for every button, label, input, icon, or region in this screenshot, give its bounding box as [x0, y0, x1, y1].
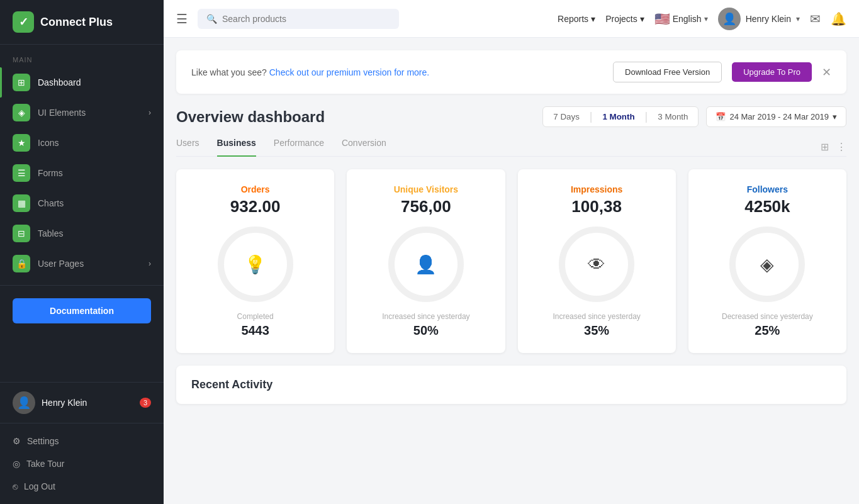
sidebar-item-label: User Pages [38, 259, 84, 269]
sidebar: ✓ Connect Plus Main ⊞ Dashboard ◈ UI Ele… [0, 0, 164, 504]
topbar-right: Reports ▾ Projects ▾ 🇺🇸 English ▾ 👤 Henr… [558, 8, 846, 30]
period-7days[interactable]: 7 Days [543, 107, 589, 126]
search-icon: 🔍 [206, 14, 217, 24]
tab-users[interactable]: Users [176, 138, 199, 157]
card-sub-value: 50% [413, 323, 439, 338]
date-range-label: 24 Mar 2019 - 24 Mar 2019 [729, 112, 829, 121]
tab-performance[interactable]: Performance [274, 138, 324, 157]
projects-nav[interactable]: Projects ▾ [605, 14, 644, 24]
banner-text: Like what you see? Check out our premium… [191, 67, 603, 77]
recent-activity-title: Recent Activity [191, 378, 831, 391]
recent-activity-section: Recent Activity [176, 366, 846, 404]
app-logo[interactable]: ✓ Connect Plus [0, 0, 164, 45]
card-label: Orders [241, 184, 270, 194]
take-tour-icon: ◎ [13, 459, 20, 469]
card-sub-value: 5443 [241, 323, 269, 338]
flag-icon: 🇺🇸 [654, 11, 670, 26]
bottom-item-label: Take Tour [26, 459, 64, 469]
notification-badge: 3 [140, 398, 151, 408]
sidebar-item-tables[interactable]: ⊟ Tables [0, 218, 164, 249]
sidebar-item-dashboard[interactable]: ⊞ Dashboard [0, 67, 164, 98]
more-options-icon[interactable]: ⋮ [836, 141, 846, 153]
avatar: 👤 [13, 391, 35, 414]
sidebar-item-label: Dashboard [38, 77, 81, 87]
sidebar-item-charts[interactable]: ▦ Charts [0, 188, 164, 218]
sidebar-item-label: UI Elements [38, 108, 86, 118]
sidebar-item-label: Forms [38, 168, 63, 178]
forms-icon: ☰ [13, 164, 30, 182]
sidebar-item-label: Tables [38, 228, 63, 238]
card-value: 932.00 [230, 197, 281, 216]
sidebar-user-name: Henry Klein [42, 398, 87, 408]
tab-icons: ⊞ ⋮ [821, 141, 846, 153]
language-chevron-icon: ▾ [704, 14, 708, 23]
search-bar[interactable]: 🔍 [198, 9, 399, 29]
cards-grid: Orders 932.00 💡 Completed 5443 Unique Vi… [176, 169, 846, 353]
calendar-icon: 📅 [716, 112, 726, 121]
user-menu[interactable]: 👤 Henry Klein ▾ [718, 8, 800, 30]
reports-chevron-icon: ▾ [591, 14, 595, 24]
date-range-picker[interactable]: 📅 24 Mar 2019 - 24 Mar 2019 ▾ [706, 106, 846, 127]
card-label: Impressions [571, 184, 622, 194]
chevron-icon: › [149, 108, 151, 117]
projects-chevron-icon: ▾ [640, 14, 644, 24]
donut-icon: 👤 [415, 254, 437, 275]
donut-icon: 👁 [588, 254, 605, 275]
language-selector[interactable]: 🇺🇸 English ▾ [654, 11, 708, 26]
period-3month[interactable]: 3 Month [648, 107, 698, 126]
card-value: 4250k [744, 197, 790, 216]
banner-close-icon[interactable]: ✕ [822, 65, 831, 79]
topbar: ☰ 🔍 Reports ▾ Projects ▾ 🇺🇸 English ▾ 👤 … [164, 0, 859, 38]
settings-icon: ⚙ [13, 436, 21, 446]
tab-conversion[interactable]: Conversion [342, 138, 386, 157]
bottom-item-take-tour[interactable]: ◎ Take Tour [0, 452, 164, 475]
mail-icon[interactable]: ✉ [810, 11, 821, 26]
language-label: English [673, 14, 702, 24]
documentation-button[interactable]: Documentation [13, 298, 151, 323]
donut-chart: 💡 [218, 227, 293, 302]
dashboard-tabs: Users Business Performance Conversion ⊞ … [176, 137, 846, 157]
bell-icon[interactable]: 🔔 [831, 11, 846, 26]
dashboard-controls: 7 Days | 1 Month | 3 Month 📅 24 Mar 2019… [542, 106, 846, 127]
tab-business[interactable]: Business [217, 138, 256, 157]
bottom-item-log-out[interactable]: ⎋ Log Out [0, 475, 164, 498]
banner-link[interactable]: Check out our premium version for more. [269, 67, 429, 77]
dashboard-icon: ⊞ [13, 74, 30, 91]
user-avatar: 👤 [718, 8, 741, 30]
card-sub-label: Increased since yesterday [553, 312, 640, 321]
search-input[interactable] [222, 14, 390, 24]
sidebar-user: 👤 Henry Klein 3 [0, 382, 164, 423]
donut-icon: ◈ [760, 254, 774, 275]
sidebar-item-icons[interactable]: ★ Icons [0, 128, 164, 158]
period-1month[interactable]: 1 Month [593, 107, 645, 126]
donut-icon: 💡 [244, 254, 266, 275]
content-area: Like what you see? Check out our premium… [164, 38, 859, 504]
grid-view-icon[interactable]: ⊞ [821, 141, 829, 153]
main-area: ☰ 🔍 Reports ▾ Projects ▾ 🇺🇸 English ▾ 👤 … [164, 0, 859, 504]
sidebar-item-label: Charts [38, 198, 64, 208]
bottom-item-settings[interactable]: ⚙ Settings [0, 430, 164, 452]
donut-chart: 👤 [388, 227, 464, 302]
card-impressions: Impressions 100,38 👁 Increased since yes… [518, 169, 676, 353]
card-sub-label: Increased since yesterday [382, 312, 469, 321]
log-out-icon: ⎋ [13, 481, 18, 491]
card-sub-value: 25% [755, 323, 780, 338]
tables-icon: ⊟ [13, 225, 30, 242]
sidebar-item-forms[interactable]: ☰ Forms [0, 158, 164, 188]
card-unique-visitors: Unique Visitors 756,00 👤 Increased since… [347, 169, 505, 353]
bottom-item-label: Log Out [24, 481, 55, 491]
projects-label: Projects [605, 14, 637, 24]
download-free-button[interactable]: Download Free Version [613, 62, 722, 82]
card-value: 100,38 [571, 197, 622, 216]
chevron-icon: › [149, 259, 151, 268]
card-label: Followers [747, 184, 788, 194]
sidebar-bottom: ⚙ Settings ◎ Take Tour ⎋ Log Out [0, 423, 164, 504]
reports-nav[interactable]: Reports ▾ [558, 14, 595, 24]
sidebar-item-ui-elements[interactable]: ◈ UI Elements › [0, 98, 164, 128]
promo-banner: Like what you see? Check out our premium… [176, 50, 846, 94]
upgrade-pro-button[interactable]: Upgrade To Pro [732, 62, 812, 82]
sidebar-item-user-pages[interactable]: 🔒 User Pages › [0, 249, 164, 279]
hamburger-icon[interactable]: ☰ [176, 11, 188, 26]
card-sub-value: 35% [584, 323, 609, 338]
donut-chart: ◈ [729, 227, 805, 302]
